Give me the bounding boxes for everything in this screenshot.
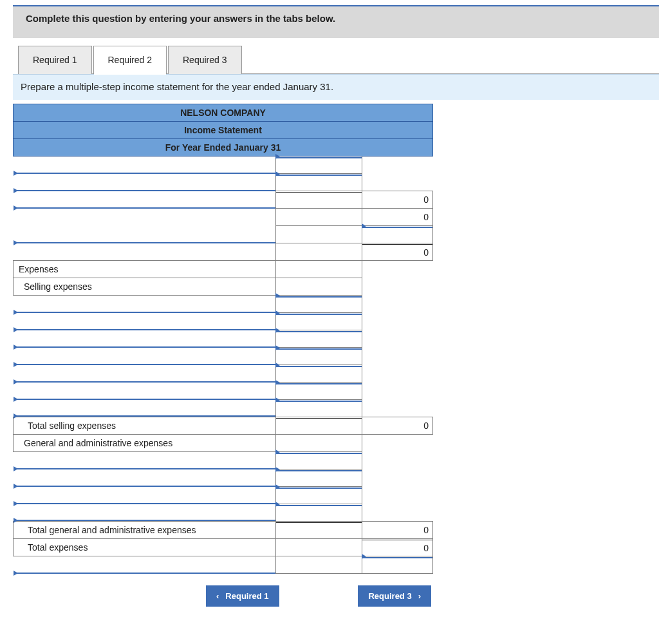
- line-item-dropdown[interactable]: [14, 504, 276, 522]
- instruction-text: Complete this question by entering your …: [26, 13, 335, 24]
- line-item-dropdown[interactable]: [14, 191, 276, 209]
- amount-input[interactable]: [276, 313, 362, 330]
- instruction-bar: Complete this question by entering your …: [13, 5, 659, 38]
- line-item-dropdown[interactable]: [14, 452, 276, 469]
- line-item-dropdown[interactable]: [14, 330, 276, 348]
- chevron-right-icon: ›: [418, 591, 421, 601]
- amount-input[interactable]: [276, 504, 362, 522]
- amount-cell: [276, 435, 362, 452]
- amount-cell: [276, 417, 362, 435]
- amount-cell: [276, 539, 362, 556]
- amount-input[interactable]: [276, 330, 362, 348]
- next-label: Required 3: [368, 591, 411, 601]
- amount-input[interactable]: [276, 400, 362, 417]
- amount-cell: [276, 278, 362, 296]
- amount-cell: [276, 191, 362, 209]
- total-cell: 0: [362, 539, 433, 556]
- tab-required-3[interactable]: Required 3: [168, 46, 242, 74]
- amount-input[interactable]: [276, 365, 362, 383]
- amount-input[interactable]: [276, 156, 362, 174]
- line-item-dropdown[interactable]: [14, 296, 276, 313]
- line-item-dropdown[interactable]: [14, 487, 276, 504]
- line-item-dropdown[interactable]: [14, 156, 276, 174]
- amount-cell: [276, 209, 362, 226]
- line-item-dropdown[interactable]: [14, 174, 276, 191]
- label-total-ga: Total general and administrative expense…: [14, 522, 276, 539]
- tab-required-2[interactable]: Required 2: [93, 46, 167, 74]
- amount-cell: [276, 522, 362, 539]
- line-item-dropdown[interactable]: [14, 313, 276, 330]
- amount-input[interactable]: [276, 174, 362, 191]
- amount-input[interactable]: [276, 348, 362, 365]
- prev-label: Required 1: [225, 591, 268, 601]
- label-expenses: Expenses: [14, 261, 276, 278]
- line-item-dropdown[interactable]: [14, 383, 276, 400]
- label-selling-expenses: Selling expenses: [14, 278, 276, 296]
- header-company: NELSON COMPANY: [14, 104, 433, 122]
- total-cell: 0: [362, 417, 433, 435]
- label-total-expenses: Total expenses: [14, 539, 276, 556]
- income-statement-table: NELSON COMPANY Income Statement For Year…: [13, 104, 433, 574]
- next-button[interactable]: Required 3 ›: [358, 585, 431, 607]
- total-cell: 0: [362, 522, 433, 539]
- line-item-dropdown[interactable]: [14, 365, 276, 383]
- label-ga-expenses: General and administrative expenses: [14, 435, 276, 452]
- prev-button[interactable]: ‹ Required 1: [206, 585, 279, 607]
- line-item-dropdown[interactable]: [14, 556, 276, 574]
- line-item-dropdown[interactable]: [14, 226, 276, 243]
- total-cell: 0: [362, 243, 433, 261]
- total-cell: 0: [362, 209, 433, 226]
- tab-required-1[interactable]: Required 1: [18, 46, 92, 74]
- amount-input[interactable]: [362, 226, 433, 243]
- amount-input[interactable]: [276, 383, 362, 400]
- amount-cell: [276, 243, 362, 261]
- amount-cell: [276, 226, 362, 243]
- amount-input[interactable]: [276, 469, 362, 487]
- amount-input[interactable]: [276, 452, 362, 469]
- header-title: Income Statement: [14, 122, 433, 139]
- amount-cell: [276, 556, 362, 574]
- subheader-text: Prepare a multiple-step income statement…: [21, 81, 333, 92]
- amount-input[interactable]: [276, 487, 362, 504]
- amount-cell: [276, 261, 362, 278]
- line-item-dropdown[interactable]: [14, 348, 276, 365]
- header-period: For Year Ended January 31: [14, 139, 433, 156]
- amount-input[interactable]: [362, 556, 433, 574]
- tabs-container: Required 1 Required 2 Required 3: [18, 46, 659, 74]
- line-item-dropdown[interactable]: [14, 400, 276, 417]
- chevron-left-icon: ‹: [216, 591, 219, 601]
- label-total-selling: Total selling expenses: [14, 417, 276, 435]
- total-cell: 0: [362, 191, 433, 209]
- line-item-dropdown[interactable]: [14, 469, 276, 487]
- subheader-bar: Prepare a multiple-step income statement…: [13, 74, 659, 100]
- amount-input[interactable]: [276, 296, 362, 313]
